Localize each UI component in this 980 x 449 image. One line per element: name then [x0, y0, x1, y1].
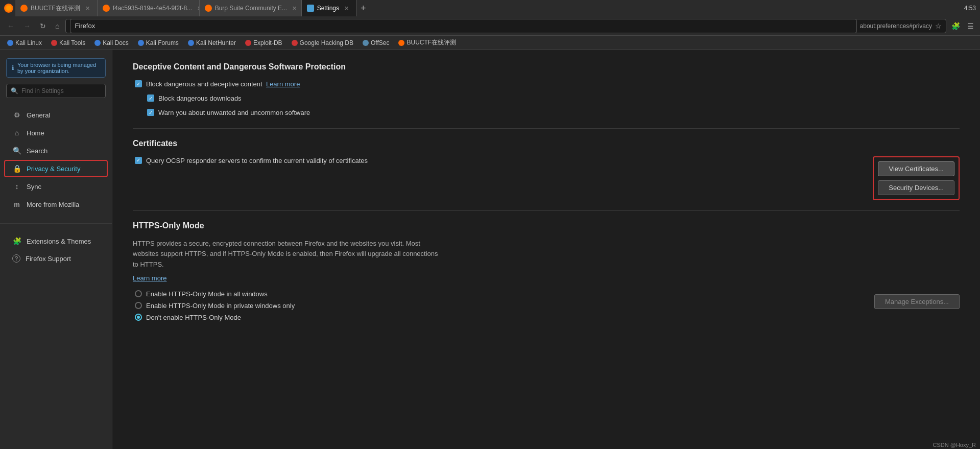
bookmark-exploit-db[interactable]: Exploit-DB [242, 38, 285, 48]
bookmark-label-offsec: OffSec [371, 39, 389, 46]
bookmark-label-exploit-db: Exploit-DB [253, 39, 282, 46]
nav-bar: ← → ↻ ⌂ Firefox about:preferences#privac… [0, 16, 980, 36]
checkbox-block-downloads-label: Block dangerous downloads [158, 94, 242, 103]
manage-exceptions-button[interactable]: Manage Exceptions... [874, 294, 960, 309]
divider-2 [133, 210, 960, 211]
checkbox-block-downloads: Block dangerous downloads [133, 94, 960, 103]
tab-close-settings[interactable]: ✕ [342, 4, 351, 13]
certificates-section-title: Certificates [133, 139, 960, 148]
menu-button[interactable]: ☰ [965, 20, 976, 32]
checkbox-block-downloads-input[interactable] [147, 94, 154, 102]
tab-f4ac[interactable]: f4ac5935-819e-4e54-9f2f-8... ✕ [98, 0, 200, 16]
sidebar: ℹ Your browser is being managed by your … [0, 50, 112, 449]
tab-buuctf[interactable]: BUUCTF在线评测 ✕ [15, 0, 98, 16]
bookmark-label-kali-linux: Kali Linux [15, 39, 42, 46]
main-area: ℹ Your browser is being managed by your … [0, 50, 980, 449]
radio-https-all-input[interactable] [135, 290, 142, 297]
learn-more-link[interactable]: Learn more [266, 80, 300, 88]
extensions-icon-btn[interactable]: 🧩 [949, 20, 962, 32]
deceptive-content-section: Deceptive Content and Dangerous Software… [133, 62, 960, 118]
checkbox-block-dangerous-input[interactable] [135, 80, 142, 87]
bookmark-kali-nethunter[interactable]: Kali NetHunter [185, 38, 239, 48]
sidebar-item-extensions[interactable]: 🧩 Extensions & Themes [4, 232, 108, 250]
new-tab-button[interactable]: + [356, 0, 370, 16]
radio-https-private-input[interactable] [135, 302, 142, 309]
bookmarks-bar: Kali Linux Kali Tools Kali Docs Kali For… [0, 36, 980, 50]
bookmark-dot-kali-nethunter [188, 40, 194, 46]
back-button[interactable]: ← [4, 20, 17, 32]
info-icon: ℹ [12, 64, 14, 72]
forward-button[interactable]: → [20, 20, 34, 32]
tab-label-buuctf: BUUCTF在线评测 [31, 4, 80, 13]
refresh-button[interactable]: ↻ [37, 20, 49, 32]
sidebar-item-search[interactable]: 🔍 Search [4, 142, 108, 159]
sidebar-label-privacy: Privacy & Security [27, 165, 80, 173]
org-notice-text: Your browser is being managed by your or… [17, 62, 100, 74]
bookmark-kali-docs[interactable]: Kali Docs [91, 38, 132, 48]
https-section: HTTPS-Only Mode HTTPS provides a secure,… [133, 221, 960, 325]
bookmark-dot-google-hacking [292, 40, 298, 46]
extensions-icon: 🧩 [12, 237, 21, 246]
checkbox-ocsp-input[interactable] [135, 157, 142, 164]
status-bar: CSDN @Hoxy_R [928, 441, 980, 449]
view-certificates-button[interactable]: View Certificates... [878, 161, 954, 176]
checkbox-warn-software-input[interactable] [147, 109, 154, 116]
sidebar-item-privacy[interactable]: 🔒 Privacy & Security [4, 160, 108, 177]
bookmark-google-hacking[interactable]: Google Hacking DB [289, 38, 356, 48]
firefox-address-icon: Firefox [70, 19, 856, 33]
bookmark-dot-buuctf [398, 40, 404, 46]
bookmark-kali-forums[interactable]: Kali Forums [135, 38, 182, 48]
https-description: HTTPS provides a secure, encrypted conne… [133, 239, 439, 270]
tab-burp[interactable]: Burp Suite Community E... ✕ [200, 0, 302, 16]
radio-https-all: Enable HTTPS-Only Mode in all windows [133, 290, 854, 298]
certificates-row: Query OCSP responder servers to confirm … [133, 156, 960, 200]
sidebar-label-home: Home [27, 129, 44, 137]
checkbox-warn-software: Warn you about unwanted and uncommon sof… [133, 108, 960, 117]
sidebar-item-home[interactable]: ⌂ Home [4, 124, 108, 141]
tab-settings[interactable]: Settings ✕ [302, 0, 356, 16]
address-bar[interactable]: Firefox about:preferences#privacy ☆ [65, 19, 946, 33]
bookmark-offsec[interactable]: OffSec [360, 38, 392, 48]
checkbox-ocsp-label: Query OCSP responder servers to confirm … [146, 156, 368, 166]
find-settings[interactable]: 🔍 Find in Settings [6, 84, 106, 98]
sidebar-item-general[interactable]: ⚙ General [4, 106, 108, 124]
radio-https-private-label: Enable HTTPS-Only Mode in private window… [146, 302, 295, 310]
radio-options: Enable HTTPS-Only Mode in all windows En… [133, 290, 854, 325]
bookmark-kali-linux[interactable]: Kali Linux [4, 38, 45, 48]
bookmark-star-icon[interactable]: ☆ [935, 22, 942, 30]
bookmark-dot-kali-forums [138, 40, 144, 46]
tab-close-burp[interactable]: ✕ [290, 4, 299, 13]
firefox-logo-icon [4, 4, 13, 13]
security-devices-button[interactable]: Security Devices... [878, 180, 954, 195]
org-notice[interactable]: ℹ Your browser is being managed by your … [6, 58, 106, 78]
bookmark-dot-kali-linux [7, 40, 13, 46]
sidebar-label-more-mozilla: More from Mozilla [27, 201, 79, 208]
bookmark-label-kali-nethunter: Kali NetHunter [196, 39, 236, 46]
tab-close-f4ac[interactable]: ✕ [195, 4, 200, 13]
certificates-section: Certificates Query OCSP responder server… [133, 139, 960, 200]
tab-label-f4ac: f4ac5935-819e-4e54-9f2f-8... [113, 5, 192, 12]
title-bar-left [4, 4, 13, 13]
tab-bar: BUUCTF在线评测 ✕ f4ac5935-819e-4e54-9f2f-8..… [15, 0, 970, 16]
radio-https-disabled: Don't enable HTTPS-Only Mode [133, 314, 854, 321]
privacy-icon: 🔒 [12, 164, 21, 173]
tab-close-buuctf[interactable]: ✕ [83, 4, 92, 13]
sidebar-item-more-mozilla[interactable]: m More from Mozilla [4, 196, 108, 213]
sidebar-item-sync[interactable]: ↕ Sync [4, 178, 108, 195]
radio-https-disabled-input[interactable] [135, 314, 142, 321]
system-tray: 4:53 [960, 0, 980, 16]
home-button[interactable]: ⌂ [52, 20, 62, 32]
bookmark-buuctf[interactable]: BUUCTF在线评测 [395, 37, 459, 48]
divider-1 [133, 128, 960, 129]
bookmark-label-kali-docs: Kali Docs [103, 39, 129, 46]
checkbox-warn-software-label: Warn you about unwanted and uncommon sof… [158, 108, 310, 117]
general-icon: ⚙ [12, 110, 21, 120]
cert-left: Query OCSP responder servers to confirm … [133, 156, 852, 171]
manage-exceptions-row: Enable HTTPS-Only Mode in all windows En… [133, 290, 960, 325]
tab-label-burp: Burp Suite Community E... [215, 5, 287, 12]
sidebar-item-support[interactable]: ? Firefox Support [4, 250, 108, 267]
bookmark-kali-tools[interactable]: Kali Tools [48, 38, 88, 48]
checkbox-block-dangerous: Block dangerous and deceptive content Le… [133, 80, 960, 89]
bookmark-dot-offsec [363, 40, 369, 46]
https-learn-more-link[interactable]: Learn more [133, 274, 166, 282]
